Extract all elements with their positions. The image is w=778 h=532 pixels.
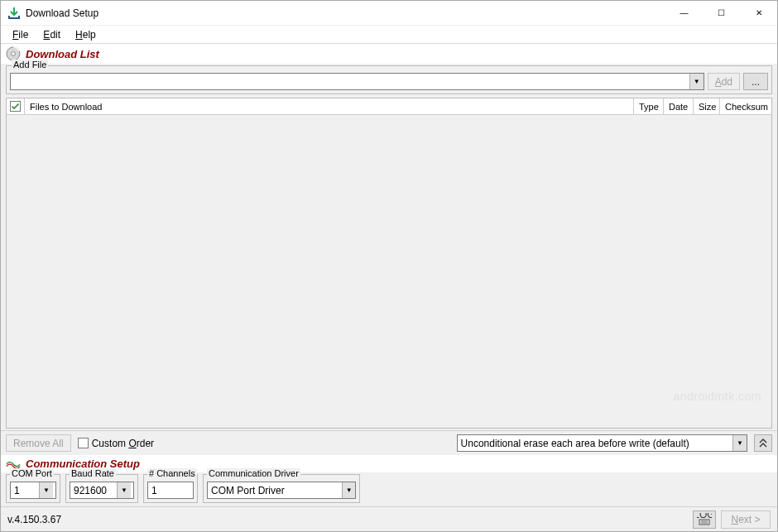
custom-order-checkbox[interactable]: Custom Order [78, 438, 154, 449]
com-port-combo[interactable]: ▼ [10, 482, 56, 499]
app-icon [7, 7, 21, 20]
comm-driver-fieldset: Communication Driver ▼ [203, 474, 360, 503]
baud-rate-dropdown-button[interactable]: ▼ [117, 482, 131, 498]
table-header: Files to Download Type Date Size Checksu… [7, 98, 771, 115]
custom-order-label: Custom Order [92, 438, 154, 449]
menubar: File Edit Help [1, 26, 777, 44]
log-button[interactable]: LOG [693, 510, 716, 529]
collapse-up-button[interactable] [754, 434, 772, 452]
add-file-combo[interactable]: ▼ [10, 73, 704, 90]
titlebar: Download Setup — ☐ ✕ [1, 1, 777, 26]
comm-driver-legend: Communication Driver [207, 468, 300, 478]
add-file-fieldset: Add File ▼ Add ... [6, 65, 772, 94]
column-size[interactable]: Size [694, 98, 720, 114]
remove-all-button[interactable]: Remove All [6, 434, 71, 452]
double-chevron-up-icon [759, 439, 767, 448]
table-body: androidmtk.com [7, 115, 771, 428]
column-files[interactable]: Files to Download [25, 98, 634, 114]
column-checksum[interactable]: Checksum [720, 98, 771, 114]
status-bar: v.4.150.3.67 LOG Next > [1, 506, 777, 531]
files-controls: Remove All Custom Order ▼ [1, 430, 777, 455]
menu-edit[interactable]: Edit [36, 27, 67, 42]
log-icon: LOG [697, 513, 712, 526]
baud-rate-value[interactable] [70, 482, 117, 498]
com-port-dropdown-button[interactable]: ▼ [39, 482, 53, 498]
column-type[interactable]: Type [634, 98, 664, 114]
erase-mode-combo[interactable]: ▼ [457, 434, 747, 452]
baud-rate-combo[interactable]: ▼ [70, 482, 134, 499]
watermark: androidmtk.com [673, 390, 761, 403]
close-button[interactable]: ✕ [740, 1, 777, 25]
next-button[interactable]: Next > [721, 510, 771, 529]
menu-file[interactable]: File [6, 27, 35, 42]
minimize-button[interactable]: — [665, 1, 703, 25]
download-list-header: Download List [1, 44, 777, 64]
com-port-legend: COM Port [10, 468, 54, 478]
add-file-dropdown-button[interactable]: ▼ [689, 74, 704, 89]
erase-mode-value[interactable] [458, 435, 732, 451]
download-list-title: Download List [26, 48, 99, 60]
baud-rate-legend: Baud Rate [70, 468, 116, 478]
files-table: Files to Download Type Date Size Checksu… [6, 98, 772, 429]
check-all-icon [10, 101, 21, 112]
window-controls: — ☐ ✕ [665, 1, 777, 25]
baud-rate-fieldset: Baud Rate ▼ [65, 474, 138, 503]
com-port-value[interactable] [11, 482, 39, 498]
comm-driver-dropdown-button[interactable]: ▼ [342, 482, 355, 498]
menu-help[interactable]: Help [69, 27, 103, 42]
add-file-input[interactable] [11, 74, 689, 89]
channels-value[interactable] [147, 482, 194, 499]
version-label: v.4.150.3.67 [7, 514, 693, 525]
add-button[interactable]: Add [708, 73, 740, 90]
com-port-fieldset: COM Port ▼ [6, 474, 60, 503]
comm-section: COM Port ▼ Baud Rate ▼ # Channels Commun… [1, 472, 777, 506]
comm-driver-combo[interactable]: ▼ [207, 482, 356, 499]
column-check[interactable] [7, 98, 25, 114]
comm-setup-header: Communication Setup [1, 455, 777, 472]
add-file-legend: Add File [12, 60, 48, 69]
svg-point-1 [12, 52, 16, 56]
custom-order-check-icon [78, 438, 89, 448]
comm-driver-value[interactable] [208, 482, 342, 498]
browse-button[interactable]: ... [743, 73, 768, 90]
column-date[interactable]: Date [664, 98, 694, 114]
channels-fieldset: # Channels [143, 474, 198, 503]
channels-legend: # Channels [147, 468, 197, 478]
erase-mode-dropdown-button[interactable]: ▼ [732, 435, 747, 451]
maximize-button[interactable]: ☐ [703, 1, 740, 25]
window-title: Download Setup [26, 7, 665, 19]
